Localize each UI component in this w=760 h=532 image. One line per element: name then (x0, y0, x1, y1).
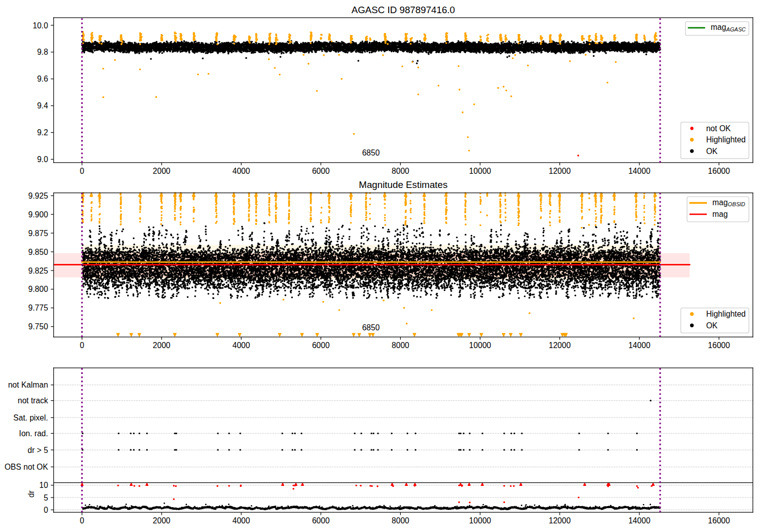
svg-text:16000: 16000 (708, 167, 730, 175)
svg-text:8000: 8000 (392, 167, 409, 175)
svg-text:12000: 12000 (549, 516, 571, 525)
svg-text:9.875: 9.875 (28, 229, 48, 238)
svg-text:14000: 14000 (628, 167, 651, 175)
svg-text:9.925: 9.925 (28, 192, 48, 200)
svg-text:not Kalman: not Kalman (8, 381, 48, 389)
svg-text:9.850: 9.850 (28, 248, 48, 256)
svg-text:OBS not OK: OBS not OK (5, 463, 48, 471)
svg-text:Ion. rad.: Ion. rad. (19, 429, 48, 438)
svg-text:2000: 2000 (153, 516, 171, 525)
svg-text:0: 0 (80, 516, 84, 525)
svg-text:6850: 6850 (362, 148, 380, 157)
svg-text:10000: 10000 (469, 516, 491, 525)
svg-text:0: 0 (80, 341, 84, 350)
svg-text:14000: 14000 (628, 341, 651, 350)
svg-text:Magnitude Estimates: Magnitude Estimates (359, 179, 447, 190)
svg-text:9.800: 9.800 (28, 285, 48, 293)
svg-text:dr > 5: dr > 5 (28, 446, 49, 454)
svg-text:4000: 4000 (233, 167, 250, 175)
svg-text:Highlighted: Highlighted (706, 135, 746, 144)
svg-text:16000: 16000 (708, 516, 730, 525)
svg-text:12000: 12000 (549, 167, 571, 175)
svg-text:9.900: 9.900 (28, 210, 48, 219)
svg-text:AGASC ID 987897416.0: AGASC ID 987897416.0 (352, 5, 455, 15)
svg-text:10: 10 (39, 481, 48, 489)
svg-text:5: 5 (44, 493, 48, 502)
svg-text:OK: OK (706, 147, 718, 156)
svg-text:0: 0 (80, 167, 84, 175)
svg-text:9.8: 9.8 (37, 48, 48, 56)
svg-text:9.825: 9.825 (28, 267, 48, 275)
svg-text:16000: 16000 (708, 341, 730, 350)
svg-text:0: 0 (44, 506, 48, 514)
svg-text:9.4: 9.4 (37, 101, 48, 110)
svg-text:9.2: 9.2 (37, 128, 48, 137)
svg-text:14000: 14000 (628, 516, 651, 525)
svg-text:6850: 6850 (362, 323, 380, 332)
svg-text:dr: dr (27, 490, 35, 498)
svg-text:9.0: 9.0 (37, 155, 48, 164)
svg-text:mag: mag (712, 210, 728, 218)
svg-text:6000: 6000 (312, 341, 330, 350)
svg-text:9.750: 9.750 (28, 322, 48, 331)
svg-text:6000: 6000 (312, 167, 330, 175)
svg-text:9.6: 9.6 (37, 74, 48, 83)
svg-text:4000: 4000 (233, 516, 250, 525)
svg-text:4000: 4000 (233, 341, 250, 350)
svg-text:10000: 10000 (469, 167, 491, 175)
svg-text:2000: 2000 (153, 341, 171, 350)
svg-text:8000: 8000 (392, 341, 409, 350)
svg-text:not OK: not OK (706, 124, 731, 133)
svg-text:not track: not track (18, 396, 48, 405)
svg-text:9.775: 9.775 (28, 303, 48, 312)
svg-text:10000: 10000 (469, 341, 491, 350)
svg-text:12000: 12000 (549, 341, 571, 350)
svg-text:2000: 2000 (153, 167, 171, 175)
svg-text:6000: 6000 (312, 516, 330, 525)
svg-text:8000: 8000 (392, 516, 409, 525)
svg-text:OK: OK (706, 321, 718, 330)
svg-text:Highlighted: Highlighted (706, 310, 746, 318)
svg-text:Sat. pixel.: Sat. pixel. (13, 413, 48, 422)
svg-text:10.0: 10.0 (32, 21, 48, 30)
